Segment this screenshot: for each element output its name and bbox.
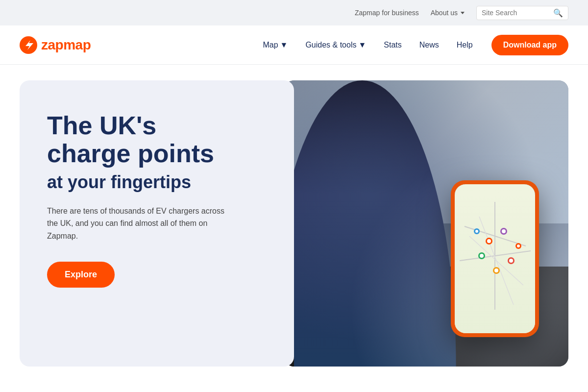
main-nav: zapmap Map ▼ Guides & tools ▼ Stats News… [0, 25, 588, 65]
guides-chevron-icon: ▼ [358, 41, 366, 49]
nav-map[interactable]: Map ▼ [256, 37, 294, 53]
hero-heading-sub: at your fingertips [47, 172, 267, 193]
chevron-down-icon [461, 12, 465, 14]
nav-help[interactable]: Help [450, 37, 480, 53]
svg-point-9 [502, 229, 506, 233]
svg-point-15 [494, 269, 498, 272]
hero-heading-main: The UK'scharge points [47, 112, 267, 168]
svg-point-7 [487, 239, 491, 243]
svg-point-17 [475, 230, 478, 233]
phone-mockup: ⚡ zapmap [451, 180, 539, 337]
hero-content: The UK'scharge points at your fingertips… [20, 80, 294, 367]
map-chevron-icon: ▼ [280, 41, 288, 49]
about-link[interactable]: About us [431, 9, 465, 17]
svg-point-11 [480, 254, 484, 258]
business-link[interactable]: Zapmap for business [355, 9, 419, 17]
explore-button[interactable]: Explore [47, 262, 115, 288]
map-overlay [455, 184, 535, 333]
download-app-button[interactable]: Download app [491, 35, 568, 55]
search-icon: 🔍 [553, 8, 563, 18]
phone-screen: ⚡ zapmap [455, 184, 535, 333]
phone-body: ⚡ zapmap [451, 180, 539, 337]
top-bar: Zapmap for business About us 🔍 [0, 0, 588, 25]
hero-image: ⚡ zapmap [284, 80, 568, 367]
nav-stats[interactable]: Stats [377, 37, 408, 53]
svg-point-13 [509, 259, 513, 263]
zapmap-logo-icon [20, 36, 37, 54]
nav-guides[interactable]: Guides & tools ▼ [298, 37, 373, 53]
nav-links: Map ▼ Guides & tools ▼ Stats News Help D… [256, 35, 568, 55]
hero-section: The UK'scharge points at your fingertips… [0, 65, 588, 382]
logo[interactable]: zapmap [20, 36, 91, 54]
site-search-box[interactable]: 🔍 [476, 6, 568, 20]
logo-text: zapmap [41, 37, 91, 53]
search-button[interactable]: 🔍 [553, 8, 563, 18]
svg-point-19 [517, 245, 520, 247]
search-input[interactable] [482, 9, 550, 17]
hero-description: There are tens of thousands of EV charge… [47, 205, 233, 243]
nav-news[interactable]: News [413, 37, 446, 53]
